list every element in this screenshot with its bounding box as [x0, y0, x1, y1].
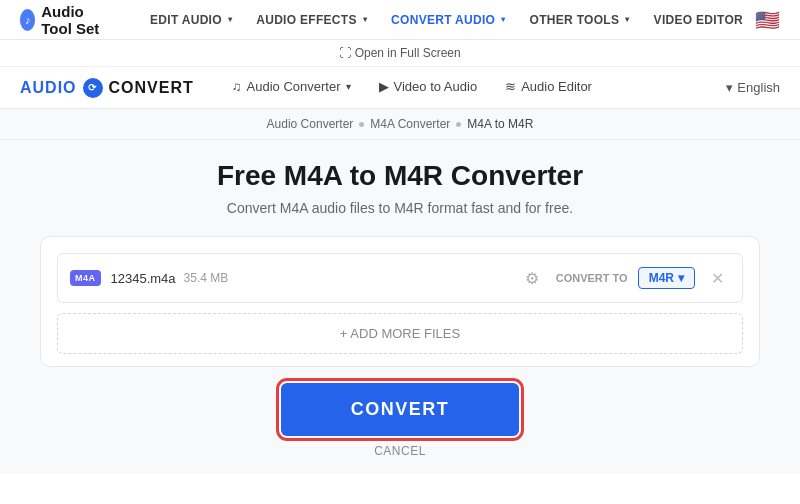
- nav-item-video-editor[interactable]: VIDEO EDITOR: [642, 0, 755, 40]
- breadcrumb-sep: [456, 122, 461, 127]
- sec-nav-audio-editor[interactable]: ≋ Audio Editor: [491, 67, 606, 109]
- file-name: 12345.m4a: [111, 271, 176, 286]
- brand-convert: CONVERT: [109, 79, 194, 97]
- format-selector[interactable]: M4R ▾: [638, 267, 695, 289]
- chevron-down-icon: ▾: [678, 271, 684, 285]
- file-actions: ⚙ CONVERT TO M4R ▾ ✕: [518, 264, 730, 292]
- chevron-down-icon: ▾: [726, 80, 733, 95]
- file-size: 35.4 MB: [184, 271, 229, 285]
- file-type-badge: M4A: [70, 270, 101, 286]
- brand-audio: AUDIO: [20, 79, 77, 97]
- breadcrumb-audio-converter[interactable]: Audio Converter: [267, 117, 354, 131]
- language-selector[interactable]: ▾ English: [726, 80, 780, 95]
- add-more-files-button[interactable]: + ADD MORE FILES: [57, 313, 743, 354]
- main-content: Free M4A to M4R Converter Convert M4A au…: [0, 140, 800, 474]
- video-icon: ▶: [379, 79, 389, 94]
- brand-icon: ⟳: [83, 78, 103, 98]
- brand-logo[interactable]: AUDIO ⟳ CONVERT: [20, 78, 194, 98]
- breadcrumb-m4a-converter[interactable]: M4A Converter: [370, 117, 450, 131]
- fullscreen-bar: ⛶ Open in Full Screen: [0, 40, 800, 67]
- settings-icon[interactable]: ⚙: [518, 264, 546, 292]
- chevron-down-icon: ▾: [363, 15, 367, 24]
- chevron-down-icon: ▾: [501, 15, 505, 24]
- convert-to-label: CONVERT TO: [556, 272, 628, 284]
- convert-area: CONVERT CANCEL: [281, 383, 520, 458]
- nav-item-audio-effects[interactable]: AUDIO EFFECTS ▾: [244, 0, 379, 40]
- file-row: M4A 12345.m4a 35.4 MB ⚙ CONVERT TO M4R ▾…: [57, 253, 743, 303]
- page-subtitle: Convert M4A audio files to M4R format fa…: [227, 200, 573, 216]
- chevron-down-icon: ▾: [625, 15, 629, 24]
- breadcrumb: Audio Converter M4A Converter M4A to M4R: [0, 109, 800, 140]
- logo-text: Audio Tool Set: [41, 3, 114, 37]
- fullscreen-link[interactable]: ⛶ Open in Full Screen: [339, 46, 460, 60]
- convert-button[interactable]: CONVERT: [281, 383, 520, 436]
- chevron-down-icon: ▾: [228, 15, 232, 24]
- chevron-down-icon: ▾: [346, 81, 351, 92]
- nav-item-convert-audio[interactable]: CONVERT AUDIO ▾: [379, 0, 517, 40]
- logo-icon: ♪: [20, 9, 35, 31]
- sec-nav-audio-converter[interactable]: ♫ Audio Converter ▾: [218, 67, 365, 109]
- page-title: Free M4A to M4R Converter: [217, 160, 583, 192]
- secondary-nav: AUDIO ⟳ CONVERT ♫ Audio Converter ▾ ▶ Vi…: [0, 67, 800, 109]
- music-icon: ♫: [232, 79, 242, 94]
- language-flag: 🇺🇸: [755, 8, 780, 32]
- top-nav: ♪ Audio Tool Set EDIT AUDIO ▾ AUDIO EFFE…: [0, 0, 800, 40]
- converter-box: M4A 12345.m4a 35.4 MB ⚙ CONVERT TO M4R ▾…: [40, 236, 760, 367]
- remove-file-button[interactable]: ✕: [705, 267, 730, 290]
- sec-nav-items: ♫ Audio Converter ▾ ▶ Video to Audio ≋ A…: [218, 67, 727, 109]
- breadcrumb-m4a-to-m4r: M4A to M4R: [467, 117, 533, 131]
- editor-icon: ≋: [505, 79, 516, 94]
- top-nav-items: EDIT AUDIO ▾ AUDIO EFFECTS ▾ CONVERT AUD…: [138, 0, 755, 40]
- cancel-link[interactable]: CANCEL: [374, 444, 426, 458]
- sec-nav-video-to-audio[interactable]: ▶ Video to Audio: [365, 67, 492, 109]
- nav-item-edit-audio[interactable]: EDIT AUDIO ▾: [138, 0, 244, 40]
- breadcrumb-sep: [359, 122, 364, 127]
- logo[interactable]: ♪ Audio Tool Set: [20, 3, 114, 37]
- nav-item-other-tools[interactable]: OTHER TOOLS ▾: [518, 0, 642, 40]
